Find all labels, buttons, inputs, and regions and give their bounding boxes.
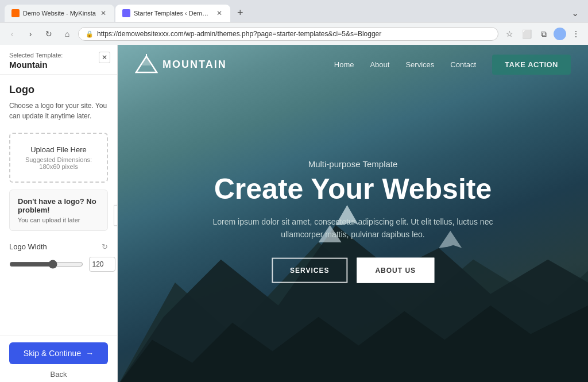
nav-services[interactable]: Services — [405, 60, 434, 69]
hero-buttons: SERVICES ABOUT US — [188, 258, 517, 283]
logo-width-input[interactable] — [89, 257, 115, 272]
screenshot-button[interactable]: ⬜ — [519, 26, 534, 41]
no-logo-title: Don't have a logo? No problem! — [18, 197, 99, 214]
nav-cta-button[interactable]: TAKE ACTION — [492, 55, 571, 75]
tabs-bar: Demo Website - MyKinsta ✕ Starter Templa… — [0, 0, 588, 22]
profile-button[interactable] — [554, 28, 566, 40]
preview-navbar: MOUNTAIN Home About Services Contact TAK… — [118, 45, 588, 84]
reset-width-icon[interactable]: ↻ — [102, 242, 108, 251]
mountain-logo-icon — [135, 54, 158, 75]
home-button[interactable]: ⌂ — [60, 26, 75, 41]
tab-label-mykinsta: Demo Website - MyKinsta — [23, 10, 96, 17]
hero-description: Lorem ipsum dolor sit amet, consectetur … — [209, 215, 496, 241]
lock-icon: 🔒 — [86, 30, 94, 38]
tab-close-mykinsta[interactable]: ✕ — [99, 8, 107, 18]
preview-area: MOUNTAIN Home About Services Contact TAK… — [118, 45, 588, 382]
reload-button[interactable]: ↻ — [41, 26, 56, 41]
upload-hint: Suggested Dimensions: 180x60 pixels — [20, 156, 98, 170]
skip-continue-button[interactable]: Skip & Continue → — [9, 342, 108, 364]
nav-home[interactable]: Home — [334, 60, 354, 69]
preview-hero: Multi-purpose Template Create Your Websi… — [188, 159, 517, 283]
upload-area[interactable]: Upload File Here Suggested Dimensions: 1… — [9, 133, 108, 183]
tab-favicon-mykinsta — [11, 9, 20, 17]
back-button[interactable]: ‹ — [5, 26, 20, 41]
skip-arrow-icon: → — [86, 349, 94, 358]
logo-width-label: Logo Width — [9, 242, 47, 251]
collapse-toggle-button[interactable]: ‹ — [114, 205, 118, 226]
no-logo-box: Don't have a logo? No problem! You can u… — [9, 190, 108, 231]
preview-logo-text: MOUNTAIN — [163, 59, 227, 71]
tab-mykinsta[interactable]: Demo Website - MyKinsta ✕ — [5, 5, 114, 22]
address-bar-container: 🔒 — [78, 27, 498, 41]
selected-template-name: Mountain — [9, 60, 108, 70]
back-link[interactable]: Back — [9, 370, 108, 379]
sidebar-body: Logo Choose a logo for your site. You ca… — [0, 75, 117, 335]
nav-contact[interactable]: Contact — [450, 60, 476, 69]
bookmark-button[interactable]: ☆ — [502, 26, 517, 41]
multiwindow-button[interactable]: ⧉ — [536, 26, 551, 41]
sidebar-header: Selected Template: Mountain ✕ — [0, 45, 117, 75]
sidebar: Selected Template: Mountain ✕ Logo Choos… — [0, 45, 118, 382]
nav-about[interactable]: About — [370, 60, 389, 69]
tab-list-button[interactable]: ⌄ — [567, 4, 583, 22]
logo-description: Choose a logo for your site. You can upd… — [9, 101, 108, 121]
upload-title: Upload File Here — [20, 145, 98, 154]
tab-favicon-starter — [122, 9, 130, 17]
close-sidebar-button[interactable]: ✕ — [99, 52, 110, 63]
address-input[interactable] — [97, 30, 491, 38]
hero-subtitle: Multi-purpose Template — [188, 159, 517, 168]
logo-width-slider[interactable] — [9, 260, 83, 269]
tab-label-starter: Starter Templates ‹ Demo Si... — [134, 10, 212, 17]
preview-nav-links: Home About Services Contact TAKE ACTION — [334, 55, 571, 75]
hero-title: Create Your Website — [188, 173, 517, 204]
main-content: Selected Template: Mountain ✕ Logo Choos… — [0, 45, 588, 382]
browser-toolbar: ‹ › ↻ ⌂ 🔒 ☆ ⬜ ⧉ ⋮ — [0, 22, 588, 45]
new-tab-button[interactable]: + — [231, 3, 249, 22]
services-button[interactable]: SERVICES — [272, 258, 347, 283]
tab-close-starter[interactable]: ✕ — [215, 8, 223, 18]
no-logo-hint: You can upload it later — [18, 217, 99, 223]
tab-starter[interactable]: Starter Templates ‹ Demo Si... ✕ — [115, 5, 230, 22]
sidebar-footer: Skip & Continue → Back — [0, 335, 117, 382]
forward-button[interactable]: › — [23, 26, 38, 41]
preview-logo: MOUNTAIN — [135, 54, 227, 75]
logo-section-title: Logo — [9, 84, 108, 96]
browser-chrome: Demo Website - MyKinsta ✕ Starter Templa… — [0, 0, 588, 45]
skip-label: Skip & Continue — [24, 349, 81, 358]
logo-width-row: Logo Width ↻ — [9, 242, 108, 251]
selected-template-label: Selected Template: — [9, 52, 108, 59]
toolbar-right: ☆ ⬜ ⧉ ⋮ — [502, 26, 583, 41]
slider-container — [9, 257, 108, 272]
about-us-button[interactable]: ABOUT US — [357, 258, 434, 283]
menu-button[interactable]: ⋮ — [568, 26, 583, 41]
